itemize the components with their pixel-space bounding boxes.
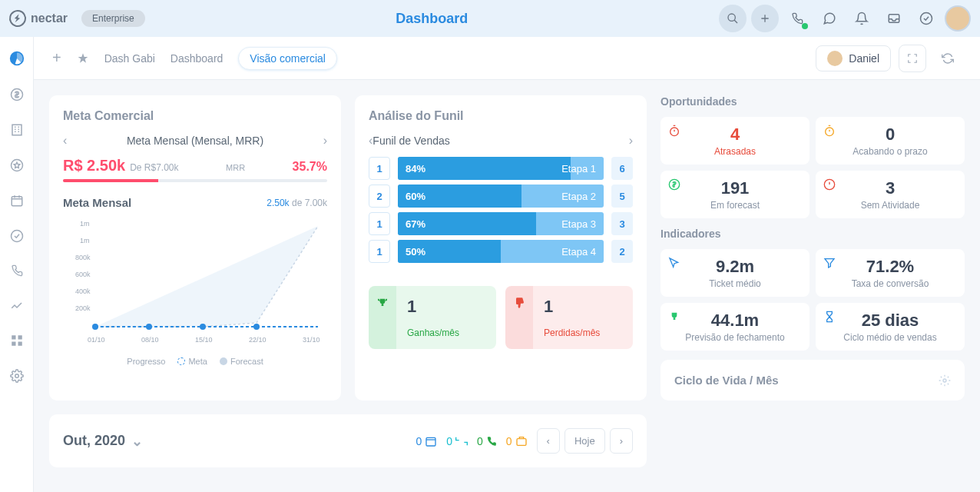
inbox-button[interactable] — [880, 5, 908, 32]
star-icon — [77, 52, 89, 65]
check-button[interactable] — [912, 5, 940, 32]
funnel-stage-label: Etapa 1 — [561, 163, 596, 175]
notifications-button[interactable] — [848, 5, 876, 32]
funnel-next-button[interactable]: › — [629, 134, 633, 148]
fullscreen-button[interactable] — [899, 45, 926, 72]
gear-icon[interactable] — [939, 374, 951, 387]
kpi-value: 3 — [826, 178, 954, 198]
stopwatch-icon — [668, 125, 680, 137]
kpi-card[interactable]: 71.2% Taxa de conversão — [816, 249, 965, 297]
funnel-count: 3 — [611, 212, 633, 235]
svg-point-24 — [253, 324, 260, 330]
kpi-card[interactable]: 4 Atrasadas — [661, 117, 809, 165]
chevron-down-icon: ⌄ — [131, 433, 143, 450]
svg-rect-36 — [517, 438, 526, 445]
filter-briefcase[interactable]: 0 — [506, 435, 528, 447]
funnel-bar[interactable]: 84% Etapa 1 — [398, 157, 604, 180]
tab-bar: + Dash Gabi Dashboard Visão comercial Da… — [34, 37, 980, 80]
avatar-icon — [827, 51, 843, 66]
kpi-card[interactable]: 25 dias Ciclo médio de vendas — [816, 303, 965, 351]
add-button[interactable] — [751, 5, 779, 32]
sidebar-dashboard-icon[interactable] — [9, 51, 25, 66]
funnel-row: 2 60% Etapa 2 5 — [369, 184, 633, 208]
filter-calendar[interactable]: 0 — [416, 435, 437, 447]
cal-next-button[interactable]: › — [610, 428, 633, 454]
won-label: Ganhas/mês — [407, 327, 485, 338]
svg-text:200k: 200k — [75, 304, 91, 312]
sidebar — [0, 37, 34, 492]
month-selector[interactable]: Out, 2020 ⌄ — [63, 433, 143, 450]
sidebar-settings-icon[interactable] — [10, 369, 24, 383]
chart-title: Meta Mensal — [63, 196, 131, 209]
kpi-label: Em forecast — [671, 200, 799, 211]
sidebar-star-icon[interactable] — [10, 158, 24, 172]
cal-prev-button[interactable]: ‹ — [537, 428, 560, 454]
funnel-bar[interactable]: 50% Etapa 4 — [398, 240, 604, 263]
sidebar-apps-icon[interactable] — [10, 334, 24, 347]
funnel-count: 5 — [611, 184, 633, 208]
kpi-label: Acabando o prazo — [826, 146, 954, 157]
svg-point-30 — [670, 128, 679, 136]
svg-point-0 — [728, 14, 735, 21]
funnel-row: 1 84% Etapa 1 6 — [369, 157, 633, 180]
tab-dash-gabi[interactable]: Dash Gabi — [104, 52, 155, 65]
chart-legend: Progresso Meta Forecast — [63, 357, 327, 366]
opps-title: Oportunidades — [661, 95, 965, 108]
kpi-card[interactable]: 3 Sem Atividade — [816, 171, 965, 218]
svg-text:08/10: 08/10 — [141, 336, 159, 344]
kpi-card[interactable]: 9.2m Ticket médio — [661, 249, 809, 297]
sidebar-check-icon[interactable] — [10, 229, 24, 243]
sidebar-calendar-icon[interactable] — [10, 194, 24, 208]
lifecycle-title: Ciclo de Vida / Mês — [674, 374, 779, 387]
tab-dashboard[interactable]: Dashboard — [171, 52, 223, 65]
chat-button[interactable] — [816, 5, 843, 32]
search-button[interactable] — [719, 5, 747, 32]
svg-text:15/10: 15/10 — [195, 336, 213, 344]
phone-button[interactable] — [783, 5, 811, 32]
funnel-stage-label: Etapa 3 — [561, 218, 596, 230]
lost-value: 1 — [544, 297, 622, 317]
kpi-value: 4 — [671, 125, 799, 145]
kpi-label: Ticket médio — [671, 278, 799, 289]
svg-point-34 — [943, 379, 946, 382]
meta-prev-button[interactable]: ‹ — [63, 134, 67, 148]
calendar-filters: 0 0 0 0 ‹ Hoje › — [416, 428, 633, 454]
kpi-card[interactable]: 44.1m Previsão de fechamento — [661, 303, 809, 351]
kpi-card[interactable]: 191 Em forecast — [661, 171, 809, 218]
meta-card: Meta Comercial ‹ Meta Mensal (Mensal, MR… — [49, 95, 341, 401]
svg-text:31/10: 31/10 — [303, 336, 320, 344]
user-avatar[interactable] — [945, 5, 971, 32]
filter-phone[interactable]: 0 — [477, 435, 497, 447]
meta-next-button[interactable]: › — [323, 134, 327, 148]
app-logo[interactable]: nectar — [9, 10, 68, 27]
tab-visao-comercial[interactable]: Visão comercial — [238, 47, 337, 70]
svg-text:01/10: 01/10 — [88, 336, 105, 344]
kpi-card[interactable]: 0 Acabando o prazo — [816, 117, 965, 165]
user-filter[interactable]: Daniel — [816, 45, 891, 71]
funnel-stage-num: 2 — [369, 184, 390, 208]
add-tab-button[interactable]: + — [52, 49, 61, 67]
stopwatch-o-icon — [823, 125, 836, 137]
sidebar-analytics-icon[interactable] — [10, 298, 24, 312]
plan-badge[interactable]: Enterprise — [81, 10, 145, 27]
svg-point-23 — [200, 324, 206, 330]
svg-rect-9 — [12, 335, 15, 339]
sidebar-money-icon[interactable] — [10, 88, 24, 101]
refresh-button[interactable] — [934, 45, 962, 72]
funnel-bar[interactable]: 67% Etapa 3 — [398, 212, 604, 235]
cursor-icon — [668, 257, 680, 269]
cal-today-button[interactable]: Hoje — [564, 428, 605, 454]
svg-point-21 — [92, 324, 98, 330]
lost-label: Perdidas/mês — [544, 327, 622, 338]
funnel-stage-num: 1 — [369, 157, 390, 180]
funnel-bar[interactable]: 60% Etapa 2 — [398, 184, 604, 208]
trophy-icon — [369, 286, 396, 349]
svg-point-13 — [15, 374, 18, 378]
svg-point-2 — [921, 13, 932, 25]
sidebar-building-icon[interactable] — [10, 123, 24, 137]
funnel-count: 2 — [611, 240, 633, 263]
funnel-title: Análise do Funil — [369, 109, 633, 123]
sidebar-phone-icon[interactable] — [11, 264, 23, 277]
hourglass-icon — [823, 311, 836, 323]
filter-refresh[interactable]: 0 — [446, 435, 468, 447]
